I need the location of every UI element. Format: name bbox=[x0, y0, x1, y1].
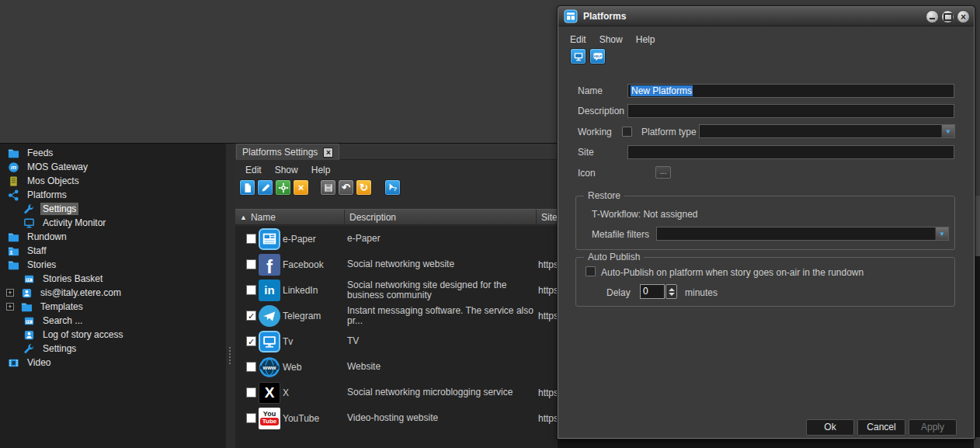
maximize-icon[interactable] bbox=[941, 10, 954, 23]
row-checkbox[interactable] bbox=[246, 387, 256, 398]
auto-publish-checkbox[interactable] bbox=[586, 266, 596, 276]
menu-show[interactable]: Show bbox=[275, 165, 298, 175]
menu-help[interactable]: Help bbox=[311, 165, 331, 175]
platform-description: Social networking microblogging service bbox=[347, 387, 538, 398]
share-icon bbox=[8, 189, 19, 201]
delay-field[interactable]: 0 bbox=[640, 284, 665, 299]
sidebar-item-log-of-story-access[interactable]: Log of story access bbox=[0, 328, 226, 342]
platform-description: Video-hosting website bbox=[347, 413, 538, 423]
folder-user-icon bbox=[8, 245, 19, 257]
table-header: ▲ Name Description Site bbox=[235, 209, 569, 225]
dialog-titlebar[interactable]: Platforms bbox=[558, 7, 974, 26]
close-icon[interactable] bbox=[323, 148, 333, 158]
sidebar-item-video[interactable]: Video bbox=[0, 356, 226, 370]
metafile-filters-label: Metafile filters bbox=[592, 229, 649, 240]
spin-down-icon[interactable] bbox=[669, 293, 675, 296]
panel-icon bbox=[23, 273, 35, 285]
delay-stepper[interactable] bbox=[665, 284, 677, 299]
sidebar-item-platform-settings[interactable]: Settings bbox=[0, 202, 226, 216]
scrollbar-thumb[interactable] bbox=[974, 196, 980, 256]
telegram-icon bbox=[259, 305, 280, 327]
spin-up-icon[interactable] bbox=[669, 288, 675, 291]
description-field[interactable] bbox=[627, 104, 954, 118]
sidebar-item-settings[interactable]: Settings bbox=[0, 342, 226, 356]
column-header-description[interactable]: Description bbox=[345, 210, 537, 224]
sidebar-item-search[interactable]: Search ... bbox=[0, 314, 226, 328]
delete-x-button[interactable]: × bbox=[293, 179, 309, 196]
save-button[interactable] bbox=[320, 179, 336, 196]
name-field[interactable]: New Platforms bbox=[627, 84, 954, 98]
sidebar-item-mos-objects[interactable]: Mos Objects bbox=[0, 174, 226, 188]
table-row-linkedin[interactable]: in LinkedIn Social networking site desig… bbox=[235, 277, 569, 303]
refresh-button[interactable]: ↻ bbox=[356, 179, 372, 196]
expand-icon[interactable] bbox=[6, 289, 14, 297]
metafile-filters-combo[interactable] bbox=[656, 227, 949, 241]
ok-button[interactable]: Ok bbox=[806, 419, 854, 436]
gear-button[interactable] bbox=[275, 179, 291, 196]
menu-edit[interactable]: Edit bbox=[570, 34, 586, 45]
sidebar-item-stories-basket[interactable]: Stories Basket bbox=[0, 272, 226, 286]
delay-label: Delay bbox=[606, 287, 631, 298]
undo-button[interactable]: ↶ bbox=[338, 179, 354, 196]
folder-icon bbox=[8, 259, 19, 271]
tab-platforms-settings[interactable]: Platforms Settings bbox=[236, 144, 339, 160]
menu-show[interactable]: Show bbox=[599, 34, 623, 45]
film-icon bbox=[8, 357, 19, 369]
t-workflow-status: T-Workflow: Not assigned bbox=[592, 209, 698, 220]
row-checkbox[interactable] bbox=[246, 259, 256, 269]
row-checkbox[interactable] bbox=[246, 336, 256, 346]
sidebar-item-platforms[interactable]: Platforms bbox=[0, 188, 226, 202]
folder-icon bbox=[21, 301, 33, 313]
sidebar-item-templates[interactable]: Templates bbox=[0, 300, 226, 314]
cancel-button[interactable]: Cancel bbox=[857, 419, 905, 436]
help-pointer-button[interactable]: ? bbox=[384, 179, 401, 196]
row-checkbox[interactable] bbox=[246, 413, 256, 423]
table-row-tv[interactable]: Tv TV bbox=[235, 328, 569, 354]
new-document-button[interactable] bbox=[239, 179, 255, 196]
platform-description: Social networking site designed for the … bbox=[347, 280, 538, 300]
minimize-icon[interactable] bbox=[926, 10, 939, 23]
row-checkbox[interactable] bbox=[246, 285, 256, 295]
row-checkbox[interactable] bbox=[246, 234, 256, 244]
sidebar-item-activity-monitor[interactable]: Activity Monitor bbox=[0, 216, 226, 230]
auto-publish-legend: Auto Publish bbox=[584, 252, 644, 262]
sidebar-item-label: Rundown bbox=[25, 231, 69, 243]
chevron-down-icon[interactable] bbox=[935, 227, 948, 240]
edit-pencil-button[interactable] bbox=[257, 179, 273, 196]
sidebar-item-rundown[interactable]: Rundown bbox=[0, 230, 226, 244]
menu-help[interactable]: Help bbox=[636, 34, 655, 45]
sidebar-item-mos-gateway[interactable]: m MOS Gateway bbox=[0, 160, 226, 174]
web-globe-icon: www bbox=[259, 356, 280, 378]
table-row-facebook[interactable]: f Facebook Social networking website htt… bbox=[235, 252, 569, 277]
sidebar-item-sis-account[interactable]: sis@italy.etere.com bbox=[0, 286, 226, 300]
apply-button[interactable]: Apply bbox=[909, 419, 957, 436]
row-checkbox[interactable] bbox=[246, 311, 256, 321]
monitor-icon bbox=[23, 217, 35, 229]
chevron-down-icon[interactable] bbox=[941, 125, 954, 137]
table-row-web[interactable]: www Web Website bbox=[235, 354, 569, 380]
sidebar-item-label: Settings bbox=[40, 342, 78, 355]
working-checkbox[interactable] bbox=[622, 127, 632, 137]
svg-text:www: www bbox=[262, 363, 276, 370]
sidebar-item-feeds[interactable]: Feeds bbox=[0, 146, 226, 160]
table-row-epaper[interactable]: e-Paper e-Paper bbox=[235, 226, 569, 252]
platform-type-combo[interactable] bbox=[699, 124, 955, 138]
mos-gateway-icon: m bbox=[8, 161, 19, 173]
table-row-telegram[interactable]: Telegram Instant messaging software. The… bbox=[235, 303, 569, 328]
sidebar-item-stories[interactable]: Stories bbox=[0, 258, 226, 272]
expand-icon[interactable] bbox=[6, 303, 14, 311]
navigation-tree: Feeds m MOS Gateway Mos Objects Platform… bbox=[0, 143, 226, 448]
menu-edit[interactable]: Edit bbox=[245, 165, 262, 175]
help-bubble-button[interactable]: HELP bbox=[589, 48, 606, 64]
table-row-youtube[interactable]: YouTube YouTube Video-hosting website ht… bbox=[235, 405, 569, 431]
platform-name: YouTube bbox=[283, 413, 347, 424]
table-row-x[interactable]: X X Social networking microblogging serv… bbox=[235, 380, 569, 405]
close-icon[interactable] bbox=[957, 10, 970, 23]
t-workflow-button[interactable] bbox=[570, 48, 586, 64]
column-header-name[interactable]: ▲ Name bbox=[235, 210, 345, 224]
panel-splitter[interactable] bbox=[226, 143, 235, 448]
icon-browse-button[interactable]: ... bbox=[655, 166, 671, 179]
sidebar-item-staff[interactable]: Staff bbox=[0, 244, 226, 258]
site-field[interactable] bbox=[627, 145, 954, 159]
row-checkbox[interactable] bbox=[246, 362, 256, 372]
